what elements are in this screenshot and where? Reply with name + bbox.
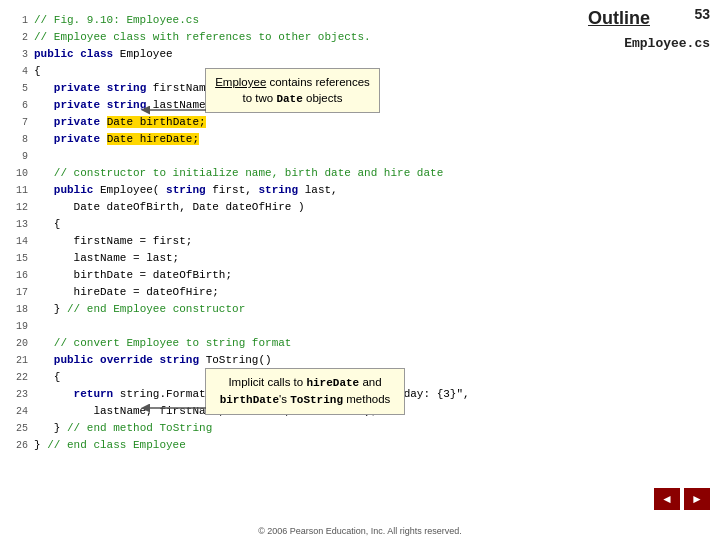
callout2-arrow <box>148 398 208 418</box>
code-line-18: 18 } // end Employee constructor <box>8 301 536 318</box>
code-line-20: 20 // convert Employee to string format <box>8 335 536 352</box>
code-line-11: 11 public Employee( string first, string… <box>8 182 536 199</box>
code-line-14: 14 firstName = first; <box>8 233 536 250</box>
callout-implicit-calls: Implicit calls to hireDate and birthDate… <box>205 368 405 415</box>
callout2-text: Implicit calls to hireDate and birthDate… <box>220 376 391 405</box>
page-number: 53 <box>694 6 710 22</box>
code-line-17: 17 hireDate = dateOfHire; <box>8 284 536 301</box>
employee-cs-label: Employee.cs <box>624 36 710 51</box>
next-icon: ► <box>691 492 703 506</box>
code-line-16: 16 birthDate = dateOfBirth; <box>8 267 536 284</box>
outline-label: Outline <box>588 8 650 29</box>
code-line-13: 13 { <box>8 216 536 233</box>
code-line-9: 9 <box>8 148 536 165</box>
prev-button[interactable]: ◄ <box>654 488 680 510</box>
code-line-7: 7 private Date birthDate; <box>8 114 536 131</box>
code-line-26: 26 } // end class Employee <box>8 437 536 454</box>
code-line-21: 21 public override string ToString() <box>8 352 536 369</box>
code-line-15: 15 lastName = last; <box>8 250 536 267</box>
footer-copyright: © 2006 Pearson Education, Inc. All right… <box>0 526 720 536</box>
next-button[interactable]: ► <box>684 488 710 510</box>
code-line-1: 1 // Fig. 9.10: Employee.cs <box>8 12 536 29</box>
nav-buttons: ◄ ► <box>654 488 710 510</box>
code-line-8: 8 private Date hireDate; <box>8 131 536 148</box>
code-line-2: 2 // Employee class with references to o… <box>8 29 536 46</box>
code-line-25: 25 } // end method ToString <box>8 420 536 437</box>
code-line-19: 19 <box>8 318 536 335</box>
code-line-12: 12 Date dateOfBirth, Date dateOfHire ) <box>8 199 536 216</box>
code-line-3: 3 public class Employee <box>8 46 536 63</box>
code-line-10: 10 // constructor to initialize name, bi… <box>8 165 536 182</box>
callout1-arrow <box>148 100 208 120</box>
callout1-text: Employee contains references to two Date… <box>215 76 370 104</box>
prev-icon: ◄ <box>661 492 673 506</box>
callout-employee-references: Employee contains references to two Date… <box>205 68 380 113</box>
